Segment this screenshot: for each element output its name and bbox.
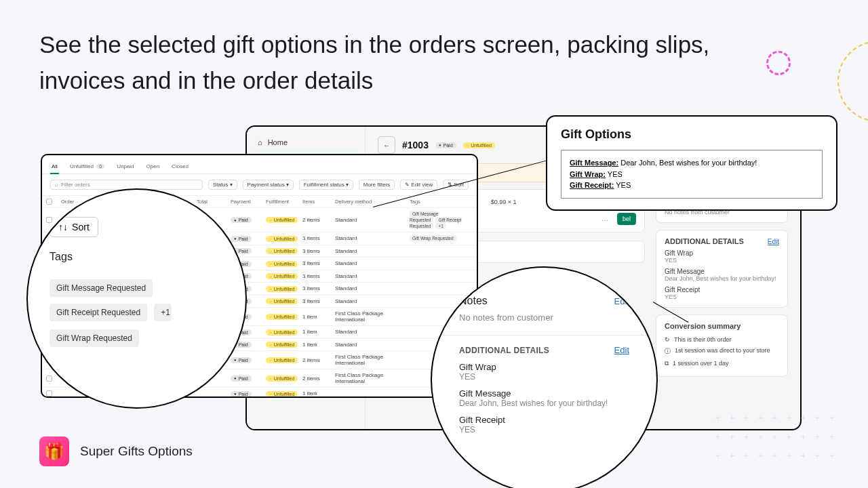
gift-options-box: Gift Message: Dear John, Best wishes for… [561,150,823,199]
fulfill-button[interactable]: bel [617,213,636,225]
orders-tabs: All Unfulfilled 0 Unpaid Open Closed [42,155,477,174]
home-icon: ⌂ [258,138,262,146]
app-branding: 🎁 Super Gifts Options [39,436,193,466]
paid-badge: Paid [435,142,456,148]
tag-gift-receipt: Gift Receipt Requested [50,304,147,321]
row-checkbox[interactable] [46,390,52,396]
more-menu[interactable]: … [601,215,608,222]
headline: See the selected gift options in the ord… [39,27,800,98]
gift-receipt-value: YES [616,181,631,189]
sidebar-item-home[interactable]: ⌂ Home [254,135,358,150]
conv1: This is their 0th order [674,336,779,343]
zd-gw-val: YES [459,372,629,382]
col-items: Items [302,199,335,205]
tag-gift-wrap: Gift Wrap Requested [50,329,139,347]
tag-overflow-count: +1 [154,304,172,321]
line-price: $0.99 × 1 [491,199,517,205]
addl-edit-link[interactable]: Edit [768,238,779,245]
gr-val: YES [665,293,779,300]
zd-gm-val: Dear John, Best wishes for your birthday… [459,399,629,408]
conv3: 1 session over 1 day [673,360,779,367]
zd-addl-title: ADDITIONAL DETAILS [459,346,549,355]
tab-all[interactable]: All [50,161,59,174]
gift-message-label: Gift Message: [570,159,618,167]
tags-heading: Tags [50,251,224,263]
payment-filter[interactable]: Payment status ▾ [243,180,294,190]
gift-message-value: Dear John, Best wishes for your birthday… [620,159,757,167]
gm-label: Gift Message [665,268,779,275]
col-fulfillment: Fulfillment [266,199,302,205]
gift-receipt-label: Gift Receipt: [570,181,614,189]
row-checkbox[interactable] [46,375,52,382]
more-filters[interactable]: More filters [359,180,395,190]
tab-closed[interactable]: Closed [170,161,190,174]
app-name: Super Gifts Options [80,444,193,459]
tag-gift-message: Gift Message Requested [50,279,153,297]
zd-gr-val: YES [459,425,629,434]
additional-details-card: ADDITIONAL DETAILSEdit Gift Wrap YES Gif… [656,230,788,308]
tags-zoom-circle: ↑↓Sort Tags Gift Message Requested Gift … [26,188,247,409]
search-icon: ⌕ [55,182,58,188]
decoration-circle-yellow [837,41,868,122]
decoration-plus-grid: +++++++++++++++++++++++++++ [715,413,834,461]
app-icon: 🎁 [39,436,69,466]
status-filter[interactable]: Status ▾ [208,180,237,190]
row-checkbox[interactable] [46,217,52,223]
tab-unfulfilled[interactable]: Unfulfilled 0 [68,161,106,174]
zd-addl-edit[interactable]: Edit [614,345,629,355]
gift-wrap-label: Gift Wrap: [570,170,606,178]
zd-gw-label: Gift Wrap [459,362,629,372]
fulfillment-filter[interactable]: Fulfillment status ▾ [299,180,353,190]
tab-open[interactable]: Open [145,161,161,174]
gr-label: Gift Receipt [665,286,779,293]
sort-icon: ↑↓ [58,222,68,232]
zd-notes-body: No notes from customer [459,312,629,323]
edit-view[interactable]: ✎ Edit view [400,180,437,190]
tab-unpaid[interactable]: Unpaid [115,161,135,174]
back-button[interactable]: ← [378,136,395,154]
gift-options-popup: Gift Options Gift Message: Dear John, Be… [546,115,837,211]
col-total: Total [197,199,231,205]
zd-gr-label: Gift Receipt [459,415,629,425]
gift-options-title: Gift Options [561,127,823,142]
addl-title: ADDITIONAL DETAILS [665,237,744,245]
gift-wrap-value: YES [608,170,623,178]
unfulfilled-badge: Unfulfilled [463,142,495,148]
order-id: #1003 [402,140,429,150]
select-all-checkbox[interactable] [46,199,52,205]
conv2: 1st session was direct to your store [675,347,779,356]
zd-gm-label: Gift Message [459,388,629,399]
conv-title: Conversion summary [665,322,741,330]
gw-val: YES [665,257,779,264]
details-zoom-circle: Notes Edit No notes from customer ADDITI… [431,266,658,488]
conversion-card: Conversion summary ↻This is their 0th or… [656,314,788,377]
sidebar-home-label: Home [268,138,288,146]
col-payment: Payment [231,199,266,205]
gw-label: Gift Wrap [665,249,779,257]
col-tags: Tags [410,199,473,205]
gm-val: Dear John, Best wishes for your birthday… [665,275,779,282]
